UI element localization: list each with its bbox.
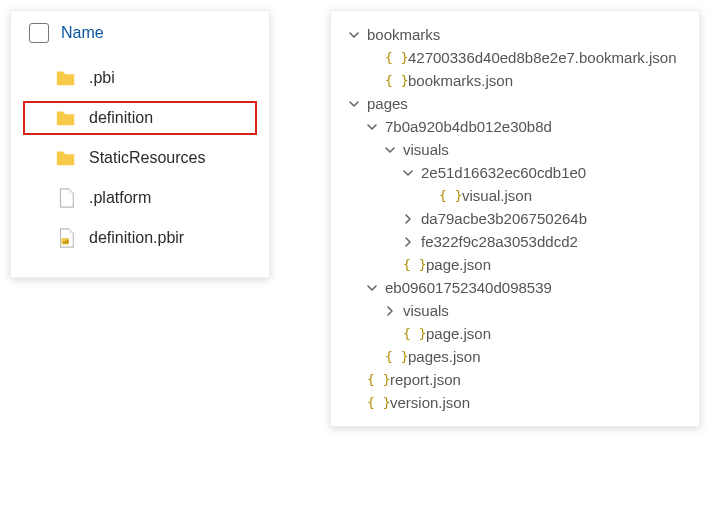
json-file-icon: { } (385, 50, 401, 65)
svg-rect-2 (65, 241, 66, 244)
tree-row[interactable]: { }report.json (337, 368, 691, 391)
tree-row[interactable]: fe322f9c28a3053ddcd2 (337, 230, 691, 253)
tree-row[interactable]: { }bookmarks.json (337, 69, 691, 92)
chevron-down-icon[interactable] (384, 144, 396, 156)
file-item--pbi[interactable]: .pbi (11, 61, 269, 95)
tree-label: page.json (426, 325, 491, 342)
tree-label: 42700336d40ed8b8e2e7.bookmark.json (408, 49, 677, 66)
twisty-spacer (384, 259, 396, 271)
chevron-right-icon[interactable] (402, 236, 414, 248)
tree-label: visual.json (462, 187, 532, 204)
file-item-label: .pbi (89, 69, 115, 87)
tree-row[interactable]: { }pages.json (337, 345, 691, 368)
tree-row[interactable]: { }visual.json (337, 184, 691, 207)
file-item-label: StaticResources (89, 149, 206, 167)
tree-row[interactable]: visuals (337, 299, 691, 322)
twisty-spacer (366, 351, 378, 363)
tree-label: da79acbe3b206750264b (421, 210, 587, 227)
tree-label: eb09601752340d098539 (385, 279, 552, 296)
twisty-spacer (366, 52, 378, 64)
tree-label: report.json (390, 371, 461, 388)
json-file-icon: { } (367, 372, 383, 387)
chevron-down-icon[interactable] (348, 29, 360, 41)
tree-row[interactable]: da79acbe3b206750264b (337, 207, 691, 230)
folder-icon (55, 67, 77, 89)
file-item-label: definition (89, 109, 153, 127)
tree-row[interactable]: { }page.json (337, 253, 691, 276)
folder-icon (55, 147, 77, 169)
folder-icon (55, 107, 77, 129)
svg-rect-1 (63, 242, 64, 244)
file-icon (55, 187, 77, 209)
tree-row[interactable]: 2e51d16632ec60cdb1e0 (337, 161, 691, 184)
file-list-panel: Name .pbidefinitionStaticResources.platf… (10, 10, 270, 278)
tree-label: version.json (390, 394, 470, 411)
svg-rect-3 (67, 240, 68, 244)
chevron-down-icon[interactable] (366, 282, 378, 294)
tree-row[interactable]: bookmarks (337, 23, 691, 46)
chevron-right-icon[interactable] (402, 213, 414, 225)
select-all-checkbox[interactable] (29, 23, 49, 43)
twisty-spacer (366, 75, 378, 87)
tree-label: fe322f9c28a3053ddcd2 (421, 233, 578, 250)
tree-row[interactable]: { }version.json (337, 391, 691, 414)
tree-label: visuals (403, 302, 449, 319)
file-item--platform[interactable]: .platform (11, 181, 269, 215)
tree-label: page.json (426, 256, 491, 273)
tree-row[interactable]: { }42700336d40ed8b8e2e7.bookmark.json (337, 46, 691, 69)
pbir-file-icon (55, 227, 77, 249)
twisty-spacer (348, 374, 360, 386)
file-item-definition[interactable]: definition (23, 101, 257, 135)
json-file-icon: { } (439, 188, 455, 203)
file-list: .pbidefinitionStaticResources.platformde… (11, 51, 269, 265)
tree-label: pages.json (408, 348, 481, 365)
tree-row[interactable]: eb09601752340d098539 (337, 276, 691, 299)
column-header-name[interactable]: Name (61, 24, 104, 42)
tree-row[interactable]: pages (337, 92, 691, 115)
file-item-StaticResources[interactable]: StaticResources (11, 141, 269, 175)
tree-label: visuals (403, 141, 449, 158)
file-item-label: definition.pbir (89, 229, 184, 247)
tree-panel: bookmarks{ }42700336d40ed8b8e2e7.bookmar… (330, 10, 700, 427)
file-tree: bookmarks{ }42700336d40ed8b8e2e7.bookmar… (337, 23, 691, 414)
tree-label: 2e51d16632ec60cdb1e0 (421, 164, 586, 181)
chevron-right-icon[interactable] (384, 305, 396, 317)
json-file-icon: { } (367, 395, 383, 410)
tree-label: 7b0a920b4db012e30b8d (385, 118, 552, 135)
json-file-icon: { } (403, 257, 419, 272)
twisty-spacer (348, 397, 360, 409)
tree-label: bookmarks.json (408, 72, 513, 89)
file-list-header: Name (11, 23, 269, 51)
tree-row[interactable]: { }page.json (337, 322, 691, 345)
file-item-definition-pbir[interactable]: definition.pbir (11, 221, 269, 255)
chevron-down-icon[interactable] (348, 98, 360, 110)
chevron-down-icon[interactable] (366, 121, 378, 133)
json-file-icon: { } (403, 326, 419, 341)
file-item-label: .platform (89, 189, 151, 207)
json-file-icon: { } (385, 73, 401, 88)
tree-label: pages (367, 95, 408, 112)
tree-label: bookmarks (367, 26, 440, 43)
tree-row[interactable]: 7b0a920b4db012e30b8d (337, 115, 691, 138)
json-file-icon: { } (385, 349, 401, 364)
twisty-spacer (384, 328, 396, 340)
twisty-spacer (420, 190, 432, 202)
tree-row[interactable]: visuals (337, 138, 691, 161)
chevron-down-icon[interactable] (402, 167, 414, 179)
